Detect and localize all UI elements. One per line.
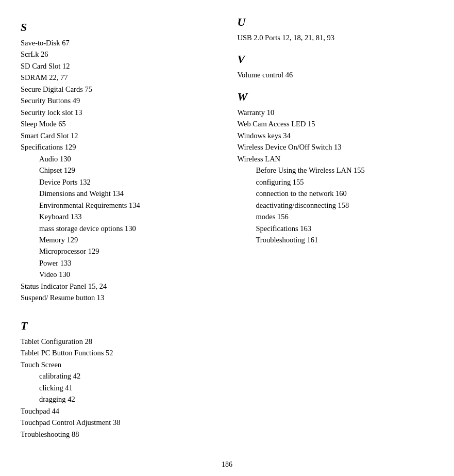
list-item: Chipset 129 [21, 165, 217, 176]
list-item: Dimensions and Weight 134 [21, 188, 217, 199]
list-item: clicking 41 [21, 382, 217, 393]
s-items-list: Save-to-Disk 67ScrLk 26SD Card Slot 12SD… [21, 37, 217, 304]
list-item: Environmental Requirements 134 [21, 200, 217, 211]
page-number: 186 [222, 461, 232, 468]
list-item: Specifications 129 [21, 141, 217, 153]
list-item: Microprocessor 129 [21, 245, 217, 257]
list-item: Wireless Device On/Off Switch 13 [238, 141, 434, 153]
list-item: SD Card Slot 12 [21, 60, 217, 72]
list-item: Troubleshooting 88 [21, 429, 217, 440]
list-item: Wireless LAN [238, 153, 434, 165]
list-item: deactivating/disconnecting 158 [238, 200, 434, 211]
page-footer: 186 [21, 461, 433, 469]
list-item: Keyboard 133 [21, 211, 217, 222]
list-item: Status Indicator Panel 15, 24 [21, 281, 217, 292]
list-item: mass storage device options 130 [21, 223, 217, 234]
list-item: Troubleshooting 161 [238, 234, 434, 245]
list-item: dragging 42 [21, 393, 217, 405]
section-u-heading: U [238, 15, 434, 29]
right-column: U USB 2.0 Ports 12, 18, 21, 81, 93 V Vol… [227, 15, 434, 440]
list-item: Touchpad Control Adjustment 38 [21, 417, 217, 428]
list-item: configuring 155 [238, 176, 434, 188]
t-items-list: Tablet Configuration 28Tablet PC Button … [21, 336, 217, 440]
list-item: Sleep Mode 65 [21, 118, 217, 129]
list-item: Power 133 [21, 257, 217, 269]
list-item: USB 2.0 Ports 12, 18, 21, 81, 93 [238, 32, 434, 43]
list-item: Tablet PC Button Functions 52 [21, 347, 217, 358]
list-item: Audio 130 [21, 153, 217, 165]
list-item: Smart Card Slot 12 [21, 130, 217, 141]
list-item: Before Using the Wireless LAN 155 [238, 165, 434, 176]
section-w-heading: W [238, 90, 434, 104]
left-column: S Save-to-Disk 67ScrLk 26SD Card Slot 12… [21, 15, 227, 440]
u-items-list: USB 2.0 Ports 12, 18, 21, 81, 93 [238, 32, 434, 43]
section-t-heading: T [21, 319, 217, 333]
list-item: Security Buttons 49 [21, 95, 217, 106]
list-item: Touchpad 44 [21, 405, 217, 417]
list-item: Device Ports 132 [21, 176, 217, 188]
list-item: Tablet Configuration 28 [21, 336, 217, 347]
section-v-heading: V [238, 53, 434, 66]
list-item: SDRAM 22, 77 [21, 72, 217, 83]
list-item: ScrLk 26 [21, 48, 217, 60]
list-item: Video 130 [21, 269, 217, 280]
list-item: Suspend/ Resume button 13 [21, 292, 217, 303]
list-item: Windows keys 34 [238, 130, 434, 141]
list-item: Memory 129 [21, 234, 217, 245]
w-items-list: Warranty 10Web Cam Access LED 15Windows … [238, 107, 434, 246]
page-container: S Save-to-Disk 67ScrLk 26SD Card Slot 12… [21, 15, 433, 440]
v-items-list: Volume control 46 [238, 69, 434, 80]
list-item: Volume control 46 [238, 69, 434, 80]
section-s-heading: S [21, 21, 217, 34]
list-item: Web Cam Access LED 15 [238, 118, 434, 129]
list-item: Security lock slot 13 [21, 107, 217, 118]
list-item: modes 156 [238, 211, 434, 222]
list-item: connection to the network 160 [238, 188, 434, 199]
list-item: Touch Screen [21, 359, 217, 370]
list-item: Secure Digital Cards 75 [21, 84, 217, 95]
list-item: Save-to-Disk 67 [21, 37, 217, 48]
list-item: calibrating 42 [21, 370, 217, 382]
list-item: Warranty 10 [238, 107, 434, 118]
list-item: Specifications 163 [238, 223, 434, 234]
